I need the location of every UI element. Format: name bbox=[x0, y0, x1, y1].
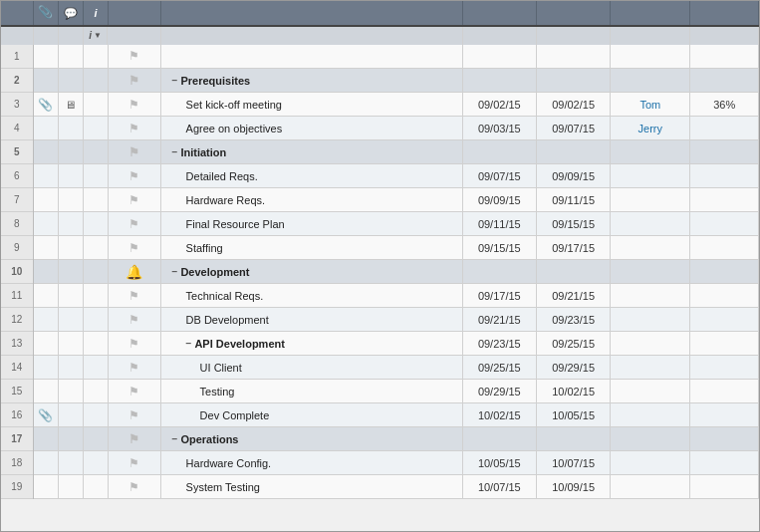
flag-icon: ⚑ bbox=[128, 480, 139, 494]
expand-collapse-icon[interactable]: − bbox=[172, 266, 178, 277]
task-label: Technical Reqs. bbox=[164, 290, 264, 302]
group-label: Operations bbox=[180, 433, 238, 445]
note-cell bbox=[58, 451, 83, 475]
task-name-cell[interactable]: Technical Reqs. bbox=[160, 284, 462, 308]
sub-header-empty8 bbox=[611, 26, 690, 45]
note-cell bbox=[58, 212, 83, 236]
at-risk-cell: ⚑ bbox=[108, 164, 160, 188]
task-label: Hardware Reqs. bbox=[164, 194, 265, 206]
info-cell bbox=[83, 475, 108, 499]
task-name-cell[interactable]: Hardware Reqs. bbox=[160, 188, 462, 212]
col-header-complete[interactable] bbox=[690, 1, 759, 26]
info-cell bbox=[83, 403, 108, 427]
pct-complete-cell: 36% bbox=[690, 93, 759, 117]
task-name-cell[interactable]: − Development bbox=[160, 260, 462, 284]
info-icon: i bbox=[89, 30, 92, 41]
task-name-cell[interactable]: Staffing bbox=[160, 236, 462, 260]
paperclip-icon: 📎 bbox=[38, 408, 53, 422]
bell-icon: 🔔 bbox=[126, 264, 142, 280]
row-number: 3 bbox=[1, 93, 33, 117]
group-label: Initiation bbox=[180, 146, 226, 158]
task-name-cell[interactable]: System Testing bbox=[160, 475, 462, 499]
expand-collapse-icon[interactable]: − bbox=[172, 146, 178, 157]
at-risk-cell: ⚑ bbox=[108, 403, 160, 427]
dropdown-chevron-icon[interactable]: ▼ bbox=[94, 31, 102, 40]
at-risk-cell: ⚑ bbox=[108, 69, 160, 93]
task-label: System Testing bbox=[164, 481, 260, 493]
attach-cell bbox=[33, 164, 58, 188]
at-risk-cell: ⚑ bbox=[108, 451, 160, 475]
assigned-to-cell bbox=[611, 475, 690, 499]
task-name-cell[interactable]: Final Resource Plan bbox=[160, 212, 462, 236]
note-cell bbox=[58, 69, 83, 93]
task-name-cell[interactable]: − Operations bbox=[160, 427, 462, 451]
task-name-cell[interactable]: DB Development bbox=[160, 308, 462, 332]
note-cell bbox=[58, 284, 83, 308]
task-label: Detailed Reqs. bbox=[164, 170, 258, 182]
task-label: Dev Complete bbox=[164, 409, 270, 421]
expand-collapse-icon[interactable]: − bbox=[172, 75, 178, 86]
col-header-taskname[interactable] bbox=[160, 1, 462, 26]
start-date-cell: 09/03/15 bbox=[462, 117, 536, 140]
note-cell bbox=[58, 188, 83, 212]
flag-icon: ⚑ bbox=[128, 241, 139, 255]
end-date-cell: 09/09/15 bbox=[536, 164, 610, 188]
col-header-attach: 📎 bbox=[33, 1, 58, 26]
info-cell bbox=[83, 140, 108, 164]
flag-icon: ⚑ bbox=[128, 193, 139, 207]
task-name-cell[interactable]: − Initiation bbox=[160, 140, 462, 164]
task-name-cell[interactable]: Set kick-off meeting bbox=[160, 93, 462, 117]
note-cell bbox=[58, 164, 83, 188]
end-date-cell: 09/29/15 bbox=[536, 356, 610, 380]
task-name-cell[interactable]: Detailed Reqs. bbox=[160, 164, 462, 188]
flag-icon: ⚑ bbox=[128, 217, 139, 231]
start-date-cell: 09/17/15 bbox=[462, 284, 536, 308]
task-name-cell[interactable]: − Prerequisites bbox=[160, 69, 462, 93]
flag-icon: ⚑ bbox=[128, 385, 139, 399]
assigned-to-cell: Tom bbox=[611, 93, 690, 117]
assigned-to-cell bbox=[611, 236, 690, 260]
sub-header-info-cell[interactable]: i ▼ bbox=[84, 27, 109, 45]
pct-complete-cell bbox=[690, 308, 759, 332]
end-date-cell: 09/25/15 bbox=[536, 332, 610, 356]
task-name-cell[interactable]: Testing bbox=[160, 380, 462, 403]
sub-header-empty7 bbox=[536, 26, 610, 45]
attach-cell bbox=[33, 236, 58, 260]
expand-collapse-icon[interactable]: − bbox=[186, 338, 192, 349]
attach-cell bbox=[33, 356, 58, 380]
at-risk-cell: ⚑ bbox=[108, 140, 160, 164]
assigned-to-cell bbox=[611, 212, 690, 236]
task-name-cell[interactable]: Agree on objectives bbox=[160, 117, 462, 140]
task-label: Hardware Config. bbox=[164, 457, 272, 469]
info-cell bbox=[83, 451, 108, 475]
chat-icon: 💬 bbox=[64, 7, 78, 19]
at-risk-cell: ⚑ bbox=[108, 212, 160, 236]
col-header-enddate[interactable] bbox=[536, 1, 610, 26]
assigned-to-cell bbox=[611, 140, 690, 164]
task-name-cell[interactable]: UI Client bbox=[160, 356, 462, 380]
task-name-cell[interactable]: − API Development bbox=[160, 332, 462, 356]
at-risk-cell: ⚑ bbox=[108, 45, 160, 69]
attach-cell bbox=[33, 475, 58, 499]
row-number: 5 bbox=[1, 140, 33, 164]
note-cell bbox=[58, 45, 83, 69]
paperclip-icon: 📎 bbox=[38, 98, 53, 112]
end-date-cell: 09/02/15 bbox=[536, 93, 610, 117]
flag-icon: ⚑ bbox=[128, 361, 139, 375]
col-header-assignedto[interactable] bbox=[611, 1, 690, 26]
assigned-to-cell bbox=[611, 284, 690, 308]
note-cell: 🖥 bbox=[58, 93, 83, 117]
task-label: Agree on objectives bbox=[164, 123, 283, 134]
pct-complete-cell bbox=[690, 284, 759, 308]
task-name-cell[interactable]: Hardware Config. bbox=[160, 451, 462, 475]
col-header-atrisk bbox=[108, 1, 160, 26]
note-cell bbox=[58, 475, 83, 499]
task-name-cell[interactable] bbox=[160, 45, 462, 69]
assigned-to-cell bbox=[611, 332, 690, 356]
sub-header-empty5 bbox=[160, 26, 462, 45]
end-date-cell: 10/07/15 bbox=[536, 451, 610, 475]
expand-collapse-icon[interactable]: − bbox=[172, 433, 178, 444]
at-risk-cell: ⚑ bbox=[108, 475, 160, 499]
col-header-startdate[interactable] bbox=[462, 1, 536, 26]
task-name-cell[interactable]: Dev Complete bbox=[160, 403, 462, 427]
